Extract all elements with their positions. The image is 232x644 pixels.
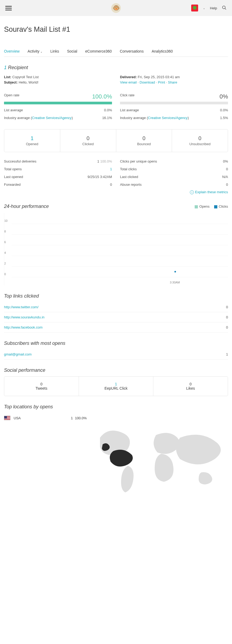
table-row: http://www.souravkundu.in0 xyxy=(4,312,228,322)
delivered-line: Delivered: Fri, Sep 25, 2015 03:41 am xyxy=(120,75,228,79)
social-cards: 0Tweets 1EepURL Click 0Likes xyxy=(4,376,228,396)
map-region-usa xyxy=(110,450,133,467)
top-links-heading: Top links clicked xyxy=(4,293,228,299)
help-link[interactable]: Help xyxy=(210,6,217,10)
metric-row: Forwarded0 xyxy=(4,181,112,188)
page-title: Sourav's Mail List #1 xyxy=(4,25,228,34)
metric-row: Last clickedN/A xyxy=(120,173,228,181)
social-heading: Social performance xyxy=(4,368,228,373)
locations-heading: Top locations by opens xyxy=(4,404,228,410)
svg-line-1 xyxy=(225,8,226,10)
chart-legend: Opens Clicks xyxy=(191,204,228,208)
metric-row: Abuse reports0 xyxy=(120,181,228,188)
subscriber-link[interactable]: gmail@gmail.com xyxy=(4,352,32,356)
tab-ecommerce360[interactable]: eCommerce360 xyxy=(85,46,117,57)
stat-cards: 1Opened 0Clicked 0Bounced 0Unsubscribed xyxy=(4,129,228,152)
industry-link[interactable]: Creative Services/Agency xyxy=(148,116,188,120)
stat-clicked[interactable]: 0Clicked xyxy=(60,129,116,152)
chevron-down-icon: ⌄ xyxy=(40,50,42,53)
user-menu-chevron-icon[interactable]: ⌄ xyxy=(203,7,205,10)
stat-opened[interactable]: 1Opened xyxy=(4,129,60,152)
metric-row: Total clicks0 xyxy=(120,165,228,173)
report-tabs: Overview Activity⌄ Links Social eCommerc… xyxy=(4,46,228,57)
table-row: http://www.twitter.com/0 xyxy=(4,302,228,312)
download-link[interactable]: Download xyxy=(139,80,155,84)
info-icon: i xyxy=(190,190,194,194)
metric-row: Total opens1 xyxy=(4,165,112,173)
open-rate-block: Open rate100.0% List average0.0% Industr… xyxy=(4,93,112,120)
top-links-table: http://www.twitter.com/0 http://www.sour… xyxy=(4,302,228,333)
tab-links[interactable]: Links xyxy=(50,46,64,57)
metric-row: Clicks per unique opens0% xyxy=(120,157,228,165)
stat-bounced[interactable]: 0Bounced xyxy=(116,129,172,152)
perf-heading: 24-hour performance xyxy=(4,204,49,209)
tab-social[interactable]: Social xyxy=(67,46,82,57)
email-actions: View email · Download · Print · Share xyxy=(120,80,228,84)
stat-unsubscribed[interactable]: 0Unsubscribed xyxy=(172,129,228,152)
industry-link[interactable]: Creative Services/Agency xyxy=(32,116,72,120)
list-line: List: Copyroll Test List xyxy=(4,75,112,79)
flag-usa-icon xyxy=(4,416,10,420)
subject-line: Subject: Hello, World! xyxy=(4,80,112,84)
user-avatar[interactable] xyxy=(191,5,198,11)
tab-analytics360[interactable]: Analytics360 xyxy=(152,46,178,57)
print-link[interactable]: Print xyxy=(158,80,165,84)
world-map xyxy=(95,414,228,504)
click-rate-block: Click rate0% List average0.0% Industry a… xyxy=(120,93,228,120)
mailchimp-logo[interactable]: 🐵 xyxy=(111,3,121,13)
top-link[interactable]: http://www.souravkundu.in xyxy=(4,315,45,319)
explain-metrics-link[interactable]: iExplain these metrics xyxy=(4,190,228,194)
social-eepurl[interactable]: 1EepURL Click xyxy=(79,377,154,396)
perf-chart: 0 2 4 6 8 10 3:30AM xyxy=(4,213,228,285)
recipients-heading: 1 Recipient xyxy=(4,65,228,70)
top-subscribers-heading: Subscribers with most opens xyxy=(4,341,228,346)
tab-overview[interactable]: Overview xyxy=(4,46,24,57)
table-row: http://www.facebook.com0 xyxy=(4,322,228,333)
search-icon[interactable] xyxy=(222,5,227,11)
view-email-link[interactable]: View email xyxy=(120,80,137,84)
svg-point-0 xyxy=(222,6,225,9)
metric-row: Successful deliveries1100.0% xyxy=(4,157,112,165)
locations-list: USA 1 100.0% xyxy=(4,414,87,504)
data-point xyxy=(174,271,176,272)
metric-row: Last opened9/25/15 3:42AM xyxy=(4,173,112,181)
top-link[interactable]: http://www.twitter.com/ xyxy=(4,305,38,309)
share-link[interactable]: Share xyxy=(168,80,177,84)
social-tweets[interactable]: 0Tweets xyxy=(4,377,79,396)
top-bar: 🐵 ⌄ Help xyxy=(0,0,232,16)
tab-conversations[interactable]: Conversations xyxy=(120,46,149,57)
top-link[interactable]: http://www.facebook.com xyxy=(4,325,43,329)
tab-activity[interactable]: Activity⌄ xyxy=(27,46,47,57)
location-row: USA 1 100.0% xyxy=(4,414,87,422)
subscribers-table: gmail@gmail.com1 xyxy=(4,349,228,359)
table-row: gmail@gmail.com1 xyxy=(4,349,228,359)
social-likes[interactable]: 0Likes xyxy=(153,377,228,396)
menu-icon[interactable] xyxy=(5,5,12,11)
